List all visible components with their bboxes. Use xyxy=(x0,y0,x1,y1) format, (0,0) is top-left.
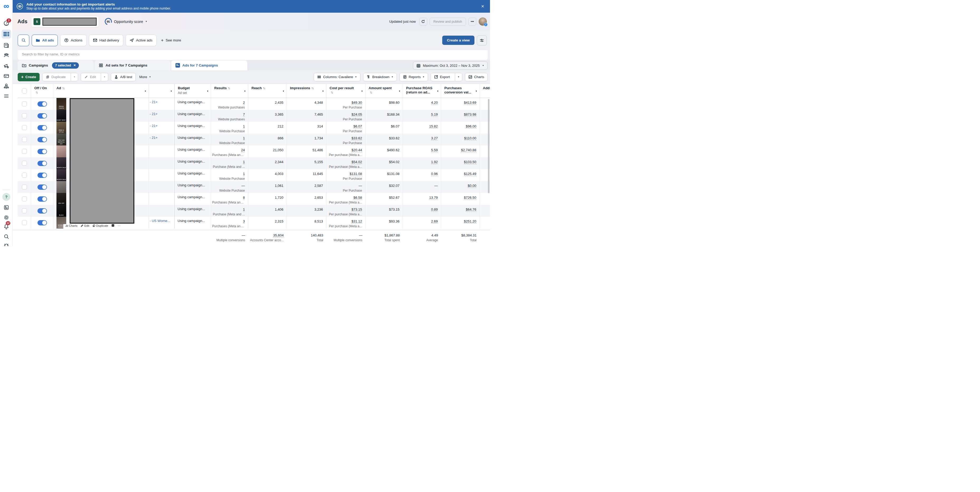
create-button[interactable]: + Create xyxy=(18,73,40,81)
row-checkbox[interactable] xyxy=(22,137,27,142)
duplicate-dropdown[interactable]: ▼ xyxy=(71,73,78,81)
conversion-value[interactable]: $0.00 xyxy=(468,184,476,188)
search-filter-button[interactable] xyxy=(18,35,29,46)
banner-close-icon[interactable]: ✕ xyxy=(479,3,486,10)
row-checkbox[interactable] xyxy=(22,101,27,107)
results-value[interactable]: 24 xyxy=(241,148,245,152)
cost-per-result-value[interactable]: $49.30 xyxy=(352,100,362,105)
ad-thumbnail[interactable]: RIDING TIGHTS xyxy=(56,98,66,110)
row-edit-button[interactable]: Edit xyxy=(81,224,89,227)
export-button[interactable]: Export ▼ xyxy=(431,73,462,81)
ad-toggle-on[interactable] xyxy=(37,185,47,190)
cost-per-result-value[interactable]: $31.12 xyxy=(352,219,362,224)
col-off-on[interactable]: Off / On↑↓ xyxy=(31,84,53,98)
row-more-button[interactable]: ⋯ xyxy=(118,224,121,228)
ad-thumbnail[interactable]: BLACK xyxy=(56,205,66,217)
ads-settings-icon[interactable] xyxy=(3,63,10,69)
vertical-scrollbar[interactable] xyxy=(488,99,490,193)
account-overview-icon[interactable]: 2 xyxy=(3,20,10,27)
col-purchases-conversion[interactable]: Purchasesconversion val...▼ xyxy=(441,84,480,98)
results-value[interactable]: 1 xyxy=(243,136,245,140)
conversion-value[interactable]: $96.00 xyxy=(466,124,476,129)
tab-ad-sets[interactable]: Ad sets for 7 Campaigns xyxy=(94,61,170,70)
business-assets-icon[interactable] xyxy=(3,83,10,89)
results-value[interactable]: 3 xyxy=(243,219,245,224)
roas-value[interactable]: — xyxy=(434,184,438,188)
edit-dropdown[interactable]: ▼ xyxy=(101,73,108,81)
charts-button[interactable]: Charts xyxy=(465,73,488,81)
roas-value[interactable]: 4.20 xyxy=(431,100,438,105)
row-checkbox[interactable] xyxy=(22,185,27,189)
row-checkbox[interactable] xyxy=(22,196,27,201)
ad-name-link[interactable]: - US Wome... xyxy=(150,219,170,223)
row-checkbox[interactable] xyxy=(22,149,27,154)
ad-name-link[interactable]: - 21+ xyxy=(150,100,158,104)
ad-thumbnail[interactable]: MONTH SALE xyxy=(56,157,66,169)
conversion-value[interactable]: $125.49 xyxy=(464,172,476,176)
row-checkbox[interactable] xyxy=(22,161,27,166)
campaigns-nav-icon[interactable] xyxy=(2,30,11,38)
row-charts-button[interactable]: Charts xyxy=(65,224,77,227)
results-value[interactable]: 1 xyxy=(243,172,245,176)
cost-per-result-value[interactable]: — xyxy=(359,184,362,188)
roas-value[interactable]: 5.59 xyxy=(431,148,438,152)
results-value[interactable]: 8 xyxy=(243,196,245,200)
roas-value[interactable]: 13.79 xyxy=(429,196,438,200)
results-value[interactable]: 2 xyxy=(243,100,245,105)
col-purchase-roas[interactable]: Purchase ROAS(return on ad...▼ xyxy=(403,84,441,98)
ad-thumbnail[interactable]: 25% OFF xyxy=(56,193,66,205)
ad-name-link[interactable]: - 21+ xyxy=(150,112,158,116)
help-icon[interactable]: ? xyxy=(2,193,10,201)
col-budget[interactable]: BudgetAd set▼ xyxy=(175,84,211,98)
ad-name-link[interactable]: - 21+ xyxy=(150,124,158,128)
all-tools-icon[interactable] xyxy=(3,93,10,99)
billing-icon[interactable] xyxy=(3,73,10,79)
ad-toggle-on[interactable] xyxy=(37,220,47,225)
row-pin-button[interactable] xyxy=(111,224,114,227)
ad-thumbnail[interactable] xyxy=(56,145,66,157)
search-nav-icon[interactable] xyxy=(3,233,10,240)
meta-logo-icon[interactable]: ∞ xyxy=(0,2,13,11)
ad-thumbnail[interactable]: YOU CAN WEAR ALL DAY xyxy=(56,134,66,145)
roas-value[interactable]: 0.89 xyxy=(431,207,438,212)
filter-chip-had-delivery[interactable]: Had delivery xyxy=(89,35,123,46)
results-value[interactable]: — xyxy=(242,184,245,188)
ad-name-link[interactable]: - 21+ xyxy=(150,136,158,140)
filter-chip-all-ads[interactable]: All ads xyxy=(32,35,58,46)
create-view-button[interactable]: Create a view xyxy=(442,36,474,45)
col-reach[interactable]: Reach↑↓▼ xyxy=(248,84,287,98)
roas-value[interactable]: 3.27 xyxy=(431,136,438,140)
results-value[interactable]: 1 xyxy=(243,207,245,212)
col-results[interactable]: Results↑↓▼ xyxy=(211,84,248,98)
user-avatar[interactable]: f xyxy=(479,18,487,25)
col-ad[interactable]: Ad↑↓▼ xyxy=(53,84,149,98)
cost-per-result-value[interactable]: $24.05 xyxy=(352,113,362,117)
roas-value[interactable]: 0.96 xyxy=(431,172,438,176)
report-bug-icon[interactable] xyxy=(3,242,10,246)
breakdown-button[interactable]: Breakdown▼ xyxy=(363,73,397,81)
row-checkbox[interactable] xyxy=(22,208,27,213)
filter-chip-actions[interactable]: Actions xyxy=(60,35,86,46)
roas-value[interactable]: 2.69 xyxy=(431,219,438,224)
ad-toggle-on[interactable] xyxy=(37,149,47,154)
row-checkbox[interactable] xyxy=(22,173,27,178)
cost-per-result-value[interactable]: $33.62 xyxy=(352,136,362,140)
conversion-value[interactable]: $110.00 xyxy=(464,136,476,140)
pages-icon[interactable] xyxy=(3,42,10,49)
cost-per-result-value[interactable]: $131.08 xyxy=(350,172,362,176)
cost-per-result-value[interactable]: $54.02 xyxy=(352,160,362,164)
ad-thumbnail[interactable] xyxy=(56,181,66,193)
ad-toggle-on[interactable] xyxy=(37,125,47,131)
reports-button[interactable]: Reports▼ xyxy=(399,73,428,81)
ab-test-button[interactable]: A/B test xyxy=(111,73,136,81)
column-menu-icon[interactable]: ▼ xyxy=(144,89,146,94)
conversion-value[interactable]: $103.50 xyxy=(464,160,476,164)
conversion-value[interactable]: $726.50 xyxy=(464,196,476,200)
results-value[interactable]: 1 xyxy=(243,160,245,164)
row-checkbox[interactable] xyxy=(22,113,27,118)
roas-value[interactable]: 15.82 xyxy=(429,124,438,129)
review-publish-button[interactable]: Review and publish xyxy=(430,18,466,25)
search-input[interactable] xyxy=(22,52,484,56)
columns-button[interactable]: Columns: Cavaliere▼ xyxy=(314,73,360,81)
ad-toggle-on[interactable] xyxy=(37,137,47,142)
